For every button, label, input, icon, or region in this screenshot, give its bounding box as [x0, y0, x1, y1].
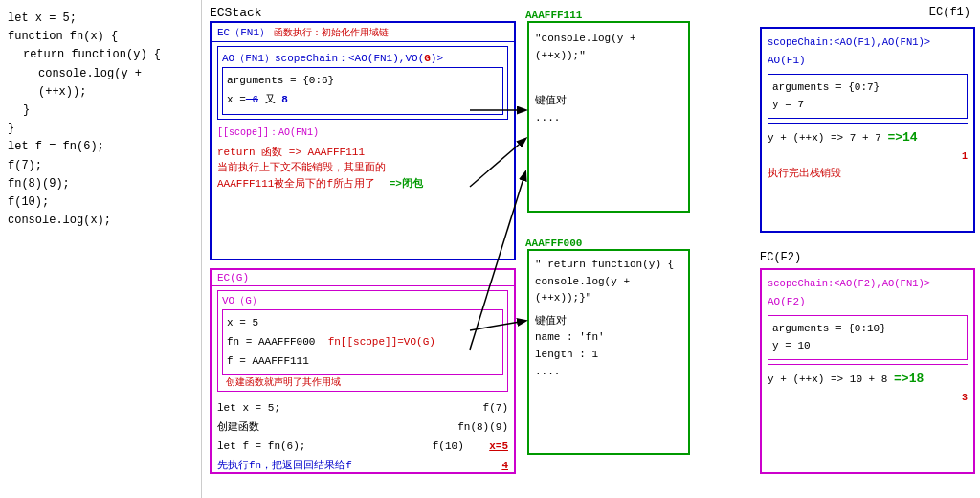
fn-scope: fn[[scope]]=VO(G) [328, 336, 435, 348]
ec-fn1-note: 函数执行：初始化作用域链 [274, 26, 389, 39]
ao-fn1-box: AO（FN1）scopeChain：<AO(FN1),VO(G)> argume… [217, 46, 508, 120]
ec-f2-inner-box: arguments = {0:10} y = 10 [768, 315, 968, 360]
ec-g-row1-left: let x = 5; [217, 399, 280, 419]
code-line-8: f(7); [8, 157, 193, 175]
ecstack-label: ECStack [210, 6, 262, 20]
ec-f2-result: =>18 [894, 372, 924, 386]
vo-create-note: 创建函数就声明了其作用域 [226, 375, 503, 389]
ec-g-box: EC(G) VO（G） x = 5 fn = AAAFFF000 fn[[sco… [210, 268, 516, 474]
ec-f2-calc: y + (++x) => 10 + 8 =>18 [768, 369, 968, 390]
aaa000-box: " return function(y) {console.log(y +(++… [527, 249, 690, 455]
ec-g-row3-left: let f = fn(6); [217, 438, 305, 457]
ec-f2-result-sub: 3 [768, 390, 968, 406]
vo-f-line: f = AAAFFF111 [227, 352, 499, 372]
x-result2: 4 [501, 457, 508, 476]
aaa000-dots: .... [535, 364, 682, 381]
return-note: return 函数 => AAAFFF111当前执行上下文不能销毁，其里面的AA… [212, 141, 514, 196]
ec-f1-ao-label: AO(F1) [768, 52, 968, 70]
ec-f2-ao-label: AO(F2) [768, 293, 968, 311]
ec-fn1-header: EC（FN1） 函数执行：初始化作用域链 [212, 23, 514, 42]
code-panel: let x = 5; function fn(x) { return funct… [0, 0, 201, 498]
code-line-4: console.log(y + (++x)); [8, 65, 193, 102]
ec-f2-label: EC(F2) [760, 251, 801, 264]
ec-f2-y: y = 10 [772, 337, 963, 355]
aaa000-code: " return function(y) {console.log(y +(++… [535, 257, 682, 307]
aaa111-content: "console.log(y +(++x));" 键值对 .... [529, 23, 688, 134]
ec-g-row4-left: 先执行fn，把返回回结果给f [217, 457, 352, 476]
main-container: let x = 5; function fn(x) { return funct… [0, 0, 980, 498]
ec-f1-content: scopeChain:<AO(F1),AO(FN1)> AO(F1) argum… [762, 29, 973, 189]
ec-g-row3-right: f(10) x=5 [433, 438, 508, 457]
ao-x-line: x = 6 又 8 [227, 91, 499, 110]
ec-f1-result-sub: 1 [768, 148, 968, 165]
aaa000-kv: 键值对 [535, 313, 682, 330]
ec-g-row4: 先执行fn，把返回回结果给f 4 [217, 457, 508, 476]
ec-f1-result: =>14 [887, 130, 917, 145]
vo-g-box: VO（G） x = 5 fn = AAAFFF000 fn[[scope]]=V… [217, 290, 508, 392]
ec-f2-scope-chain: scopeChain:<AO(F2),AO(FN1)> [768, 276, 968, 293]
ec-f2-box: scopeChain:<AO(F2),AO(FN1)> AO(F2) argum… [760, 268, 975, 474]
ec-f1-calc-text: y + (++x) => 7 + 7 [768, 132, 881, 144]
aaa111-code: "console.log(y +(++x));" [535, 31, 682, 64]
code-line-3: return function(y) { [8, 46, 193, 64]
code-line-9: fn(8)(9); [8, 175, 193, 193]
ec-f1-arguments: arguments = {0:7} [772, 79, 963, 97]
code-line-7: let f = fn(6); [8, 138, 193, 156]
ao-fn1-content: arguments = {0:6} x = 6 又 8 [222, 67, 503, 115]
ec-fn1-box: EC（FN1） 函数执行：初始化作用域链 AO（FN1）scopeChain：<… [210, 21, 516, 260]
right-panel: EC(f1) scopeChain:<AO(F1),AO(FN1)> AO(F1… [760, 0, 980, 498]
ec-g-bottom: let x = 5; f(7) 创建函数 fn(8)(9) let f = fn… [212, 396, 514, 479]
code-line-1: let x = 5; [8, 10, 193, 28]
ao-arguments-line: arguments = {0:6} [227, 72, 499, 91]
ec-f2-divider [768, 364, 968, 365]
ec-g-row1: let x = 5; f(7) [217, 399, 508, 419]
ec-g-row1-right: f(7) [483, 399, 508, 419]
x-old-val: 6 [246, 94, 258, 105]
ec-f1-label: EC(f1) [929, 6, 970, 19]
ec-f1-y: y = 7 [772, 96, 963, 114]
ec-g-row2: 创建函数 fn(8)(9) [217, 419, 508, 438]
code-line-10: f(10); [8, 193, 193, 212]
ec-g-row2-right: fn(8)(9) [457, 419, 508, 438]
ec-g-row3: let f = fn(6); f(10) x=5 [217, 438, 508, 457]
ec-f2-arguments: arguments = {0:10} [772, 320, 963, 338]
aaa000-content: " return function(y) {console.log(y +(++… [529, 251, 688, 386]
aaa000-label: AAAFFF000 [525, 238, 582, 249]
code-line-2: function fn(x) { [8, 28, 193, 46]
x-result: x=5 [489, 441, 508, 452]
ec-f1-calc: y + (++x) => 7 + 7 =>14 [768, 127, 968, 148]
ec-f1-divider [768, 123, 968, 124]
ec-g-row2-left: 创建函数 [217, 419, 259, 438]
aaa111-box: "console.log(y +(++x));" 键值对 .... [527, 21, 690, 213]
x-new-val: 8 [281, 94, 288, 105]
vo-x-line: x = 5 [227, 314, 499, 333]
closure-label: =>闭包 [390, 178, 423, 190]
aaa111-label: AAAFFF111 [525, 10, 582, 21]
ec-f2-calc-text: y + (++x) => 10 + 8 [768, 374, 887, 385]
code-line-11: console.log(x); [8, 212, 193, 230]
vo-g-content: x = 5 fn = AAAFFF000 fn[[scope]]=VO(G) f… [222, 309, 503, 375]
center-area: ECStack EC（FN1） 函数执行：初始化作用域链 AO（FN1）scop… [201, 0, 760, 498]
aaa000-name: name : 'fn' [535, 329, 682, 347]
vo-g-header: VO（G） [222, 293, 503, 307]
vo-fn-line: fn = AAAFFF000 fn[[scope]]=VO(G) [227, 333, 499, 352]
ec-f1-box: scopeChain:<AO(F1),AO(FN1)> AO(F1) argum… [760, 27, 975, 233]
code-line-5: } [8, 102, 193, 120]
aaa000-length: length : 1 [535, 347, 682, 364]
ec-f1-inner-box: arguments = {0:7} y = 7 [768, 74, 968, 119]
scope-chain-note: [[scope]]：AO(FN1) [212, 124, 514, 141]
ao-fn1-scope-chain: AO（FN1）scopeChain：<AO(FN1),VO(G)> [222, 53, 443, 64]
return-text: return 函数 => AAAFFF111当前执行上下文不能销毁，其里面的AA… [217, 147, 386, 190]
aaa111-kv-label: 键值对 [535, 93, 682, 110]
ec-f2-content: scopeChain:<AO(F2),AO(FN1)> AO(F2) argum… [762, 270, 973, 412]
ec-f1-scope-chain: scopeChain:<AO(F1),AO(FN1)> [768, 34, 968, 52]
ec-g-header: EC(G) [212, 270, 514, 286]
ao-fn1-header: AO（FN1）scopeChain：<AO(FN1),VO(G)> [222, 51, 503, 65]
ec-fn1-title: EC（FN1） [217, 25, 270, 39]
ec-f1-exec-note: 执行完出栈销毁 [768, 165, 968, 183]
code-line-6: } [8, 120, 193, 138]
aaa111-dots: .... [535, 110, 682, 127]
